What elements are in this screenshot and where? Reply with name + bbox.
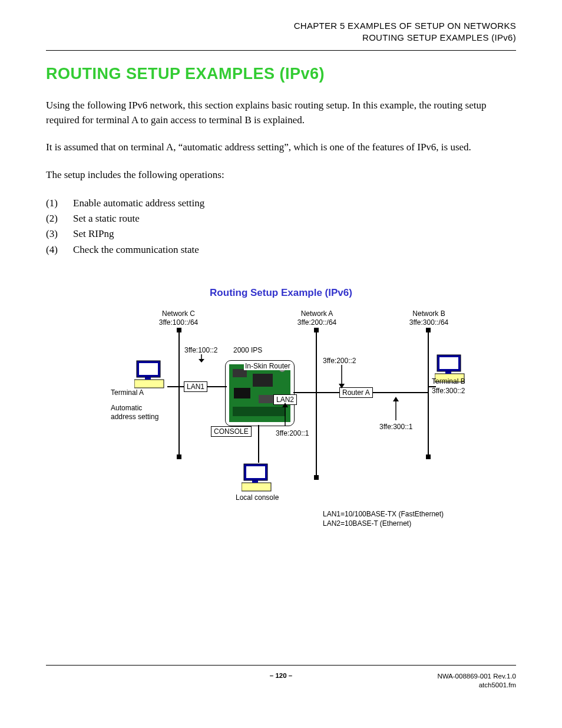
svg-rect-9 (233, 369, 247, 377)
network-a-net: 3ffe:200::/64 (282, 318, 352, 327)
bus-c (178, 330, 180, 457)
svg-rect-11 (234, 388, 250, 398)
svg-marker-16 (199, 359, 204, 363)
lan2-bottom-addr: 3ffe:200::1 (276, 429, 309, 437)
legend-1: LAN1=10/100BASE-TX (FastEthernet) (323, 510, 444, 518)
svg-rect-7 (445, 371, 451, 374)
svg-rect-25 (242, 483, 271, 491)
svg-rect-24 (246, 466, 265, 478)
lan1-addr: 3ffe:100::2 (184, 346, 218, 354)
local-console-label: Local console (236, 493, 279, 502)
auto-addr-1: Automatic (111, 404, 142, 412)
header-rule (46, 50, 516, 51)
network-c-net: 3ffe:100::/64 (143, 318, 214, 327)
network-c-name: Network C (143, 309, 214, 318)
list-item: (2)Set a static route (46, 211, 516, 226)
svg-marker-18 (339, 384, 345, 388)
svg-rect-2 (134, 380, 164, 388)
router-a-b-addr: 3ffe:300::1 (379, 423, 413, 431)
header-chapter: CHAPTER 5 EXAMPLES OF SETUP ON NETWORKS (46, 20, 516, 32)
terminal-b-label: Terminal B (432, 377, 465, 386)
system-label: 2000 IPS (233, 346, 262, 354)
svg-rect-3 (145, 377, 151, 380)
page-header: CHAPTER 5 EXAMPLES OF SETUP ON NETWORKS … (46, 20, 516, 43)
body-paragraph: It is assumed that on terminal A, “autom… (46, 140, 516, 155)
terminal-a-label: Terminal A (111, 388, 144, 397)
svg-rect-13 (233, 407, 286, 416)
ops-list: (1)Enable automatic address setting (2)S… (46, 196, 516, 258)
lan1-box: LAN1 (184, 381, 207, 392)
footer-rule (46, 665, 516, 666)
arrow-up-icon (282, 403, 289, 426)
bus-b (428, 330, 429, 457)
network-b-name: Network B (394, 309, 464, 318)
legend-2: LAN2=10BASE-T (Ethernet) (323, 519, 411, 528)
figure-title: Routing Setup Example (IPv6) (46, 287, 516, 299)
router-a-box: Router A (339, 387, 373, 398)
list-item: (4)Check the communication state (46, 242, 516, 258)
list-item: (1)Enable automatic address setting (46, 196, 516, 211)
bus-a (316, 330, 317, 477)
lan2-top-addr: 3ffe:200::2 (323, 357, 356, 365)
doc-id: NWA-008869-001 Rev.1.0 (437, 672, 516, 681)
doc-file: atch5001.fm (437, 681, 516, 690)
in-skin-router-label: In-Skin Router (244, 362, 292, 370)
page-title: ROUTING SETUP EXAMPLES (IPv6) (46, 65, 516, 83)
svg-rect-5 (439, 357, 458, 369)
auto-addr-2: address setting (111, 413, 158, 421)
terminal-b-addr: 3ffe:300::2 (432, 387, 465, 395)
svg-rect-10 (253, 374, 273, 387)
network-diagram: Network C 3ffe:100::/64 Network A 3ffe:2… (105, 309, 482, 551)
arrow-down-icon (198, 354, 205, 363)
local-console-icon (242, 463, 275, 492)
arrow-down-icon (338, 365, 345, 388)
svg-rect-1 (139, 363, 158, 375)
network-b-net: 3ffe:300::/64 (394, 318, 464, 327)
ops-intro: The setup includes the following operati… (46, 168, 516, 183)
network-a-name: Network A (282, 309, 352, 318)
header-section: ROUTING SETUP EXAMPLES (IPv6) (46, 32, 516, 44)
terminal-a-icon (134, 360, 167, 389)
arrow-up-icon (392, 397, 399, 420)
list-item: (3)Set RIPng (46, 226, 516, 242)
svg-rect-26 (252, 480, 258, 483)
console-box: CONSOLE (211, 426, 252, 437)
body-paragraph: Using the following IPv6 network, this s… (46, 98, 516, 127)
